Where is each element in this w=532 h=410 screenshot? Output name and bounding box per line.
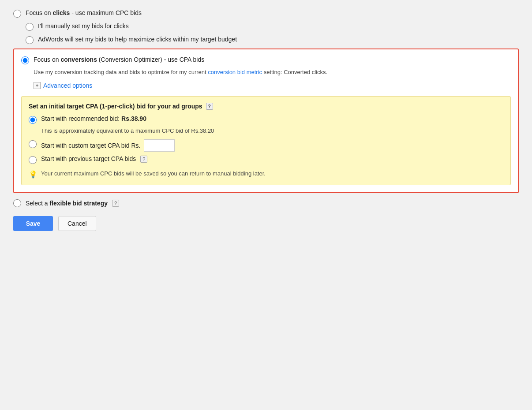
focus-conversions-label: Focus on conversions (Conversion Optimiz… [34,56,204,64]
description-pre: Use my conversion tracking data and bids… [34,69,208,75]
custom-bid-prefix: Start with custom target CPA bid Rs. [41,142,140,149]
previous-bid-help-icon[interactable]: ? [140,156,147,163]
recommended-bid-radio[interactable] [29,116,37,124]
yellow-box-title-text: Set an initial target CPA (1-per-click) … [29,103,202,110]
recommended-amount: Rs.38.90 [121,115,146,122]
previous-bid-radio[interactable] [29,156,37,164]
bottom-section: Select a flexible bid strategy ? Save Ca… [13,199,519,231]
lightbulb-note: 💡 Your current maximum CPC bids will be … [29,170,503,179]
custom-bid-radio[interactable] [29,140,37,148]
flexible-help-icon[interactable]: ? [112,200,119,207]
cpa-title-help-icon[interactable]: ? [206,103,213,110]
focus-conversions-section: Focus on conversions (Conversion Optimiz… [13,48,519,193]
focus-clicks-bold: clicks [52,9,70,16]
conversion-bid-metric-link[interactable]: conversion bid metric [208,69,262,75]
lightbulb-text: Your current maximum CPC bids will be sa… [41,170,266,177]
recommended-bid-label: Start with recommended bid: Rs.38.90 [41,115,146,122]
recommended-prefix: Start with recommended bid: [41,115,121,122]
flexible-prefix: Select a [26,200,49,207]
manual-bids-option[interactable]: I'll manually set my bids for clicks [26,22,519,31]
focus-conversions-suffix: (Conversion Optimizer) - use CPA bids [97,56,204,63]
yellow-box-title: Set an initial target CPA (1-per-click) … [29,103,503,110]
focus-clicks-label: Focus on clicks - use maximum CPC bids [26,9,142,18]
advanced-options-row[interactable]: + Advanced options [34,82,511,89]
equiv-text: This is approximately equivalent to a ma… [41,127,503,134]
focus-conversions-bold: conversions [60,56,97,63]
focus-clicks-radio[interactable] [13,10,21,18]
previous-bid-text: Start with previous target CPA bids [41,155,136,162]
previous-bid-option[interactable]: Start with previous target CPA bids ? [29,155,503,164]
adwords-maximize-radio[interactable] [26,36,34,44]
adwords-maximize-label: AdWords will set my bids to help maximiz… [38,35,237,44]
manual-bids-radio[interactable] [26,23,34,31]
plus-box-icon: + [34,82,41,89]
previous-bid-label: Start with previous target CPA bids ? [41,155,147,163]
adwords-maximize-option[interactable]: AdWords will set my bids to help maximiz… [26,35,519,44]
flexible-bid-option[interactable]: Select a flexible bid strategy ? [13,199,519,207]
focus-conversions-option[interactable]: Focus on conversions (Conversion Optimiz… [21,56,511,64]
yellow-cpa-box: Set an initial target CPA (1-per-click) … [21,96,511,185]
advanced-options-label[interactable]: Advanced options [43,82,92,89]
custom-bid-option[interactable]: Start with custom target CPA bid Rs. [29,139,503,152]
focus-clicks-suffix: - use maximum CPC bids [70,9,142,16]
focus-conversions-radio[interactable] [21,56,29,64]
focus-clicks-option[interactable]: Focus on clicks - use maximum CPC bids [13,9,519,18]
save-button[interactable]: Save [13,216,53,231]
flexible-bid-label: Select a flexible bid strategy [26,200,108,207]
conversion-description: Use my conversion tracking data and bids… [34,68,511,77]
recommended-bid-option[interactable]: Start with recommended bid: Rs.38.90 [29,115,503,124]
flexible-bid-radio[interactable] [13,199,21,207]
description-post: setting: Converted clicks. [262,69,327,75]
flexible-bold: flexible bid strategy [49,200,107,207]
custom-bid-row: Start with custom target CPA bid Rs. [41,139,175,152]
cancel-button[interactable]: Cancel [58,216,96,231]
custom-bid-input[interactable] [144,139,175,152]
manual-bids-label: I'll manually set my bids for clicks [38,22,129,31]
lightbulb-icon: 💡 [29,170,37,179]
action-buttons: Save Cancel [13,216,519,231]
